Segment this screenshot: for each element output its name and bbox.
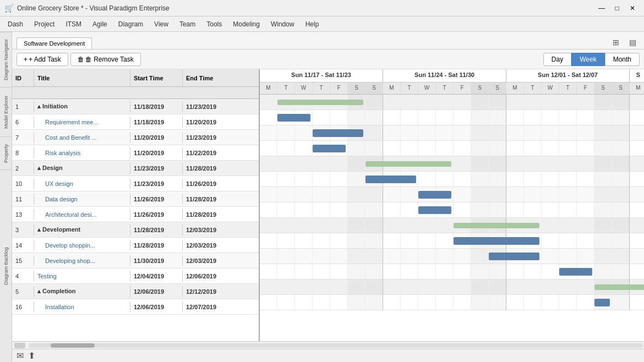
chart-cell xyxy=(295,202,313,217)
day-label-16: W xyxy=(542,83,559,94)
chart-cell xyxy=(489,172,506,187)
chart-cell xyxy=(524,264,542,279)
chart-cell xyxy=(577,110,594,125)
row-id: 7 xyxy=(12,132,34,143)
chart-cell xyxy=(418,249,436,264)
chart-cell xyxy=(577,95,594,109)
day-label-6: S xyxy=(365,83,383,94)
day-label-14: M xyxy=(506,83,524,94)
chart-cell xyxy=(260,279,277,294)
chart-cell xyxy=(542,172,559,187)
menu-team[interactable]: Team xyxy=(174,18,201,30)
chart-cell xyxy=(295,187,313,202)
table-row[interactable]: 13Architectural desi...11/26/201911/28/2… xyxy=(12,207,259,222)
menu-itsm[interactable]: ITSM xyxy=(60,18,87,30)
table-row[interactable]: 6Requirement mee...11/18/201911/20/2019 xyxy=(12,114,259,130)
chart-cell xyxy=(559,95,577,109)
chart-cell xyxy=(612,125,630,140)
panel-diagram-navigator[interactable]: Diagram Navigator xyxy=(0,32,12,87)
table-row[interactable]: 15Developing shop...11/30/201912/03/2019 xyxy=(12,253,259,268)
row-end: 11/28/2019 xyxy=(183,209,235,220)
chart-cell xyxy=(401,264,418,279)
chart-cell xyxy=(401,110,418,125)
chart-cell xyxy=(630,125,644,140)
maximize-button[interactable]: □ xyxy=(610,3,624,14)
remove-task-button[interactable]: 🗑 🗑 Remove Task xyxy=(70,53,141,66)
chart-cell xyxy=(630,295,644,310)
menu-project[interactable]: Project xyxy=(29,18,60,30)
table-row[interactable]: 8Risk analysis11/20/201911/22/2019 xyxy=(12,145,259,161)
chart-cell xyxy=(612,202,630,217)
minimize-button[interactable]: — xyxy=(594,3,609,14)
chart-row xyxy=(260,264,644,279)
menu-dash[interactable]: Dash xyxy=(2,18,29,30)
menu-modeling[interactable]: Modeling xyxy=(227,18,265,30)
tab-icon-layout[interactable]: ▤ xyxy=(625,36,640,49)
table-row[interactable]: 4Testing12/04/201912/06/2019 xyxy=(12,268,259,284)
chart-cell xyxy=(454,249,471,264)
chart-cell xyxy=(612,233,630,248)
day-label-3: T xyxy=(313,83,330,94)
add-task-button[interactable]: + + Add Task xyxy=(17,53,68,66)
close-button[interactable]: ✕ xyxy=(625,3,640,14)
chart-cell xyxy=(559,279,577,294)
chart-cell xyxy=(630,233,644,248)
tab-software-development[interactable]: Software Development xyxy=(17,37,92,49)
week-labels: Sun 11/17 - Sat 11/23 Sun 11/24 - Sat 11… xyxy=(260,69,644,83)
menu-agile[interactable]: Agile xyxy=(87,18,113,30)
menu-help[interactable]: Help xyxy=(300,18,325,30)
chart-cell xyxy=(365,95,383,109)
table-row[interactable]: 1▴ Initiation11/18/201911/23/2019 xyxy=(12,99,259,114)
chart-cell xyxy=(383,110,401,125)
table-row[interactable]: 16Installation12/06/201912/07/2019 xyxy=(12,299,259,315)
table-row[interactable]: 3▴ Development11/28/201912/03/2019 xyxy=(12,222,259,238)
row-end: 12/07/2019 xyxy=(183,301,235,312)
chart-cell xyxy=(277,295,295,310)
panel-model-explorer[interactable]: Model Explorer xyxy=(0,87,12,136)
chart-cell xyxy=(418,110,436,125)
menu-tools[interactable]: Tools xyxy=(201,18,227,30)
chart-cell xyxy=(542,218,559,233)
email-icon[interactable]: ✉ xyxy=(17,350,24,361)
row-id: 13 xyxy=(12,209,34,220)
panel-property[interactable]: Property xyxy=(0,136,12,169)
menu-window[interactable]: Window xyxy=(265,18,300,30)
row-start: 11/23/2019 xyxy=(130,178,183,189)
table-row[interactable]: 11Data design11/26/201911/28/2019 xyxy=(12,191,259,207)
view-week-button[interactable]: Week xyxy=(571,53,604,66)
table-row[interactable]: 2▴ Design11/23/201911/28/2019 xyxy=(12,161,259,176)
table-row[interactable]: 7Cost and Benefit ...11/20/201911/23/201… xyxy=(12,130,259,145)
chart-cell xyxy=(418,141,436,156)
row-title: ▴ Design xyxy=(34,162,130,174)
chart-cell xyxy=(630,264,644,279)
row-title: Risk analysis xyxy=(34,147,130,158)
chart-cell xyxy=(330,172,348,187)
chart-cell xyxy=(612,156,630,171)
chart-cell xyxy=(348,218,365,233)
menu-diagram[interactable]: Diagram xyxy=(113,18,149,30)
chart-cell xyxy=(471,172,489,187)
chart-cell xyxy=(612,264,630,279)
view-month-button[interactable]: Month xyxy=(605,53,640,66)
gantt-bar xyxy=(418,206,451,214)
day-label-0: M xyxy=(260,83,277,94)
toolbar: + + Add Task 🗑 🗑 Remove Task Day Week Mo… xyxy=(12,50,644,69)
chart-cell xyxy=(383,233,401,248)
chart-cell xyxy=(277,279,295,294)
tab-icon-grid[interactable]: ⊞ xyxy=(609,36,623,49)
col-header-title: Title xyxy=(34,69,130,86)
view-day-button[interactable]: Day xyxy=(543,53,571,66)
table-row[interactable]: 14Develop shoppin...11/28/201912/03/2019 xyxy=(12,238,259,253)
panel-diagram-backlog[interactable]: Diagram Backlog xyxy=(0,169,12,362)
upload-icon[interactable]: ⬆ xyxy=(28,350,35,361)
chart-cell xyxy=(418,125,436,140)
table-row[interactable]: 10UX design11/23/201911/26/2019 xyxy=(12,176,259,191)
horizontal-scrollbar[interactable] xyxy=(12,341,644,349)
chart-cell xyxy=(471,156,489,171)
table-row[interactable]: 5▴ Completion12/06/201912/12/2019 xyxy=(12,284,259,299)
chart-cell xyxy=(524,141,542,156)
chart-cell xyxy=(489,141,506,156)
menu-view[interactable]: View xyxy=(149,18,174,30)
chart-cell xyxy=(418,295,436,310)
day-label-20: S xyxy=(612,83,630,94)
